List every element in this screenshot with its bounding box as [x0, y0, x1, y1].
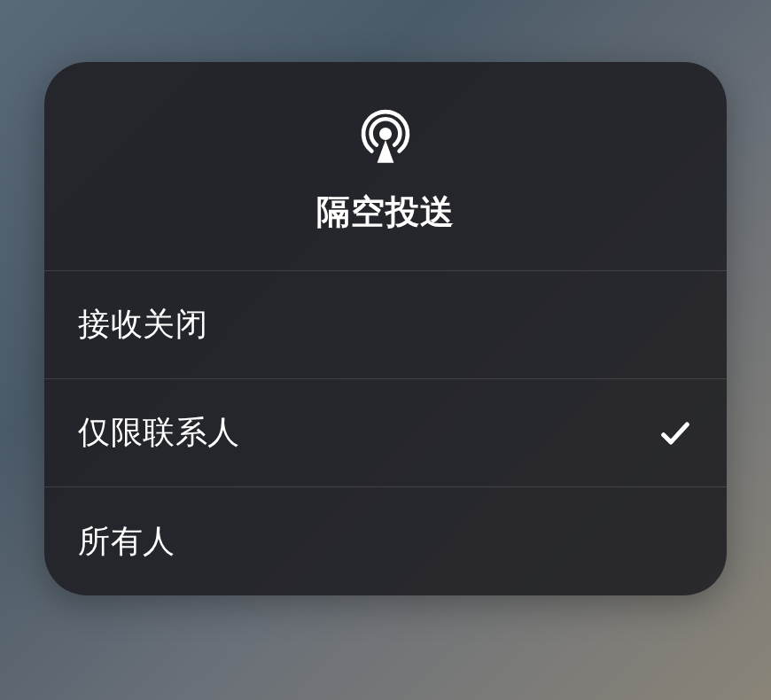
- airdrop-panel: 隔空投送 接收关闭 仅限联系人 所有人: [44, 62, 727, 595]
- svg-point-0: [379, 128, 392, 140]
- checkmark-icon: [658, 416, 693, 451]
- airdrop-header: 隔空投送: [44, 62, 727, 271]
- option-label: 仅限联系人: [78, 411, 240, 455]
- option-everyone[interactable]: 所有人: [44, 487, 727, 595]
- option-contacts-only[interactable]: 仅限联系人: [44, 379, 727, 487]
- option-receiving-off[interactable]: 接收关闭: [44, 271, 727, 379]
- option-label: 所有人: [78, 520, 175, 564]
- airdrop-options-list: 接收关闭 仅限联系人 所有人: [44, 271, 727, 595]
- airdrop-title: 隔空投送: [316, 190, 455, 235]
- option-label: 接收关闭: [78, 303, 207, 346]
- airdrop-icon: [351, 99, 420, 168]
